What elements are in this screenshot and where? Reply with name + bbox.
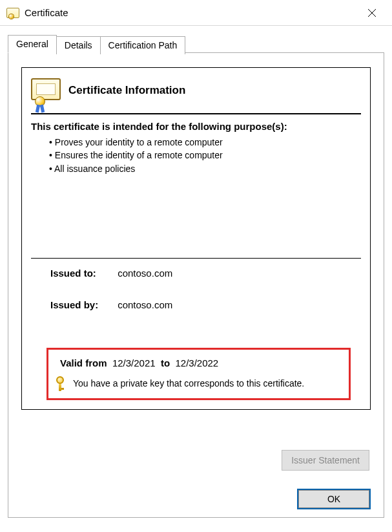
ok-button[interactable]: OK <box>298 490 369 508</box>
issued-by-row: Issued by: contoso.com <box>50 299 361 310</box>
issuer-statement-button: Issuer Statement <box>282 450 369 471</box>
purpose-item: Proves your identity to a remote compute… <box>49 136 361 149</box>
tab-certification-path[interactable]: Certification Path <box>100 36 186 54</box>
issued-by-label: Issued by: <box>50 299 115 310</box>
valid-to-label: to <box>161 357 170 368</box>
valid-from-label: Valid from <box>60 357 107 368</box>
purpose-item: All issuance policies <box>49 162 361 175</box>
card-header: Certificate Information <box>31 74 361 111</box>
tab-strip: General Details Certification Path <box>8 35 384 53</box>
valid-from-value: 12/3/2021 <box>112 357 156 368</box>
issued-to-label: Issued to: <box>50 268 115 279</box>
tab-general[interactable]: General <box>8 35 57 53</box>
private-key-message: You have a private key that corresponds … <box>73 378 304 388</box>
card-title: Certificate Information <box>68 84 185 97</box>
ok-row: OK <box>298 490 369 508</box>
issued-by-value: contoso.com <box>118 299 172 310</box>
purpose-heading: This certificate is intended for the fol… <box>31 121 361 132</box>
divider <box>31 113 361 114</box>
tab-details[interactable]: Details <box>56 36 101 54</box>
valid-to-value: 12/3/2022 <box>175 357 218 368</box>
divider <box>31 258 361 259</box>
window-title: Certificate <box>25 7 357 18</box>
purpose-item: Ensures the identity of a remote compute… <box>49 149 361 162</box>
tab-panel-general: Certificate Information This certificate… <box>8 52 384 518</box>
client-area: General Details Certification Path Certi… <box>0 26 392 526</box>
validity-highlight-box: Valid from 12/3/2021 to 12/3/2022 You ha… <box>46 348 351 400</box>
validity-row: Valid from 12/3/2021 to 12/3/2022 <box>60 357 342 368</box>
issued-to-row: Issued to: contoso.com <box>50 268 361 279</box>
issued-block: Issued to: contoso.com Issued by: contos… <box>50 268 361 310</box>
certificate-icon <box>6 8 19 18</box>
certificate-info-card: Certificate Information This certificate… <box>21 67 371 410</box>
purpose-list: Proves your identity to a remote compute… <box>49 136 361 175</box>
key-icon <box>55 376 67 390</box>
issued-to-value: contoso.com <box>118 268 172 279</box>
issuer-statement-row: Issuer Statement <box>282 450 369 471</box>
private-key-row: You have a private key that corresponds … <box>55 376 342 390</box>
certificate-large-icon <box>31 78 61 103</box>
titlebar: Certificate <box>0 0 392 26</box>
close-button[interactable] <box>357 3 387 23</box>
